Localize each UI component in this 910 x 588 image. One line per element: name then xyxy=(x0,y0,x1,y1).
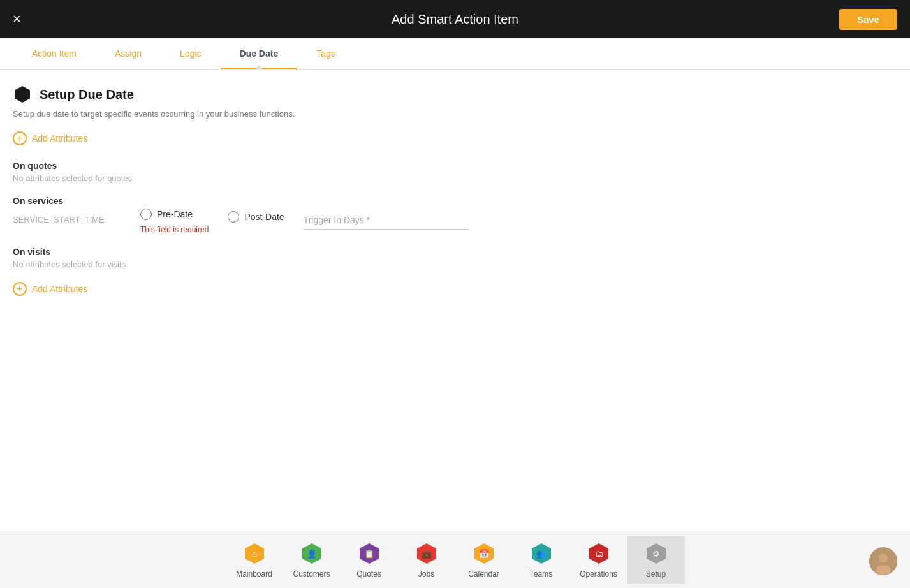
nav-item-setup[interactable]: ⚙ Setup xyxy=(627,536,685,584)
setup-label: Setup xyxy=(646,570,666,578)
customers-label: Customers xyxy=(293,570,330,578)
setup-icon: ⚙ xyxy=(644,541,668,566)
teams-icon: 👥 xyxy=(529,541,554,566)
svg-text:🗂: 🗂 xyxy=(594,549,603,559)
nav-item-teams[interactable]: 👥 Teams xyxy=(513,536,570,584)
on-quotes-section: On quotes No attributes selected for quo… xyxy=(13,161,897,183)
save-button[interactable]: Save xyxy=(839,9,897,30)
calendar-icon: 📅 xyxy=(472,541,496,566)
add-attributes-label-2: Add Attributes xyxy=(32,284,87,294)
trigger-in-days-input[interactable] xyxy=(304,211,469,230)
post-date-label: Post-Date xyxy=(244,212,284,222)
operations-label: Operations xyxy=(580,570,617,578)
jobs-icon: 💼 xyxy=(415,541,439,566)
add-attributes-label-1: Add Attributes xyxy=(32,133,87,143)
svg-text:⚙: ⚙ xyxy=(652,549,660,559)
add-attr-circle-icon-1: + xyxy=(13,131,27,145)
main-content: Setup Due Date Setup due date to target … xyxy=(0,70,910,531)
calendar-label: Calendar xyxy=(468,570,499,578)
nav-item-jobs[interactable]: 💼 Jobs xyxy=(398,536,455,584)
add-attributes-button-1[interactable]: + Add Attributes xyxy=(13,131,87,145)
pre-date-radio-row: Pre-Date xyxy=(140,209,209,220)
svg-point-19 xyxy=(876,565,891,575)
on-visits-section: On visits No attributes selected for vis… xyxy=(13,247,897,269)
section-title: Setup Due Date xyxy=(40,87,134,102)
tab-due-date[interactable]: Due Date xyxy=(221,38,298,69)
on-visits-no-attr: No attributes selected for visits xyxy=(13,260,897,269)
avatar-image xyxy=(869,547,897,575)
page-title: Add Smart Action Item xyxy=(392,12,518,27)
customers-icon: 👤 xyxy=(300,541,324,566)
operations-icon: 🗂 xyxy=(587,541,611,566)
section-subtitle: Setup due date to target specific events… xyxy=(13,109,897,119)
pre-date-label: Pre-Date xyxy=(157,209,193,219)
service-field-label: SERVICE_START_TIME xyxy=(13,209,121,224)
header: × Add Smart Action Item Save xyxy=(0,0,910,38)
on-services-section: On services SERVICE_START_TIME Pre-Date … xyxy=(13,196,897,234)
on-services-label: On services xyxy=(13,196,897,206)
on-visits-label: On visits xyxy=(13,247,897,257)
tab-logic[interactable]: Logic xyxy=(161,38,220,69)
field-required-text: This field is required xyxy=(140,225,209,234)
teams-label: Teams xyxy=(530,570,552,578)
mainboard-label: Mainboard xyxy=(236,570,272,578)
tab-bar: Action Item Assign Logic Due Date Tags xyxy=(0,38,910,70)
jobs-label: Jobs xyxy=(418,570,434,578)
on-quotes-label: On quotes xyxy=(13,161,897,171)
pre-date-radio[interactable] xyxy=(140,209,152,220)
nav-item-calendar[interactable]: 📅 Calendar xyxy=(455,536,513,584)
on-quotes-no-attr: No attributes selected for quotes xyxy=(13,173,897,183)
nav-item-operations[interactable]: 🗂 Operations xyxy=(570,536,627,584)
avatar[interactable] xyxy=(869,547,897,575)
tab-tags[interactable]: Tags xyxy=(297,38,355,69)
mainboard-icon: ⌂ xyxy=(242,541,267,566)
section-header: Setup Due Date xyxy=(13,85,897,104)
tab-action-item[interactable]: Action Item xyxy=(13,38,96,69)
add-attr-circle-icon-2: + xyxy=(13,282,27,296)
svg-text:📅: 📅 xyxy=(479,548,490,559)
nav-item-mainboard[interactable]: ⌂ Mainboard xyxy=(226,536,283,584)
tab-assign[interactable]: Assign xyxy=(96,38,161,69)
bottom-nav: ⌂ Mainboard 👤 Customers 📋 Quotes xyxy=(0,531,910,588)
section-hex-icon xyxy=(13,85,32,104)
service-row: SERVICE_START_TIME Pre-Date This field i… xyxy=(13,209,897,234)
svg-text:👤: 👤 xyxy=(307,548,318,559)
svg-point-18 xyxy=(879,554,888,562)
nav-item-quotes[interactable]: 📋 Quotes xyxy=(341,536,398,584)
quotes-icon: 📋 xyxy=(357,541,381,566)
svg-text:👥: 👥 xyxy=(536,548,547,559)
close-button[interactable]: × xyxy=(13,12,21,26)
svg-text:📋: 📋 xyxy=(364,548,375,559)
svg-marker-0 xyxy=(15,86,30,103)
radio-options: Pre-Date This field is required xyxy=(140,209,209,234)
add-attributes-button-2[interactable]: + Add Attributes xyxy=(13,282,87,296)
post-date-radio-row: Post-Date xyxy=(228,211,284,223)
svg-text:💼: 💼 xyxy=(422,548,432,559)
svg-text:⌂: ⌂ xyxy=(251,548,256,559)
quotes-label: Quotes xyxy=(356,570,381,578)
nav-item-customers[interactable]: 👤 Customers xyxy=(283,536,341,584)
post-date-radio[interactable] xyxy=(228,211,239,223)
